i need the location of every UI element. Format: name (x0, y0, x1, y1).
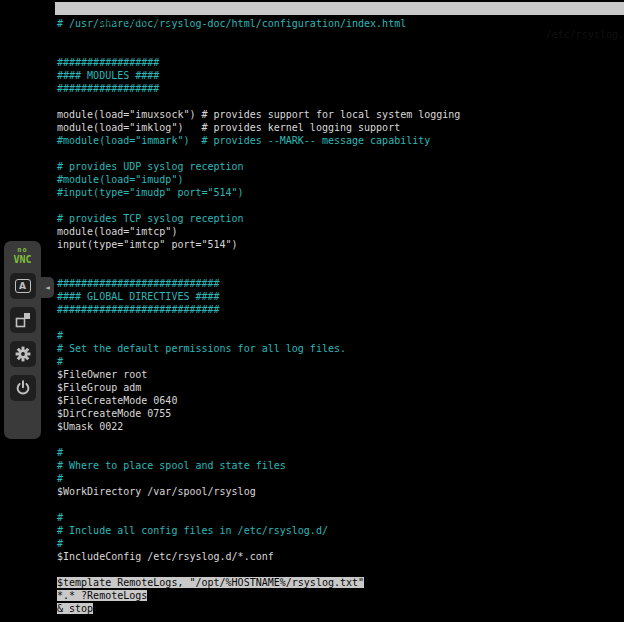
editor-line: # Where to place spool and state files (55, 459, 624, 472)
editor-line: $template RemoteLogs, "/opt/%HOSTNAME%/r… (55, 576, 624, 589)
editor-line: #input(type="imudp" port="514") (55, 186, 624, 199)
editor-line (55, 498, 624, 511)
novnc-logo: no VNC (13, 247, 31, 265)
editor-line: # (55, 446, 624, 459)
terminal-screen[interactable]: GNU nano 7.2 /etc/rsyslog. # /usr/share/… (55, 2, 624, 622)
editor-line: # (55, 355, 624, 368)
gear-icon (15, 346, 31, 362)
editor-line: *.* ?RemoteLogs (55, 589, 624, 602)
editor-line (55, 433, 624, 446)
editor-lines: # /usr/share/doc/rsyslog-doc/html/config… (55, 15, 624, 615)
collapse-arrow-icon: ◄ (45, 283, 50, 292)
editor-line: $DirCreateMode 0755 (55, 407, 624, 420)
editor-line: $FileCreateMode 0640 (55, 394, 624, 407)
toolbar-handle[interactable]: ◄ (41, 277, 54, 298)
novnc-logo-text-bottom: VNC (13, 255, 31, 265)
power-icon (15, 380, 31, 396)
editor-line: $FileGroup adm (55, 381, 624, 394)
editor-line: ########################### (55, 303, 624, 316)
editor-line: $IncludeConfig /etc/rsyslog.d/*.conf (55, 550, 624, 563)
editor-line: $WorkDirectory /var/spool/rsyslog (55, 485, 624, 498)
editor-line: module(load="imuxsock") # provides suppo… (55, 108, 624, 121)
editor-line: module(load="imklog") # provides kernel … (55, 121, 624, 134)
editor-line: # Set the default permissions for all lo… (55, 342, 624, 355)
editor-line: #module(load="immark") # provides --MARK… (55, 134, 624, 147)
nano-titlebar: GNU nano 7.2 /etc/rsyslog. (55, 2, 624, 15)
fullscreen-icon (15, 312, 31, 328)
power-button[interactable] (10, 375, 36, 401)
editor-line: # (55, 537, 624, 550)
editor-line: & stop (55, 602, 624, 615)
nano-version: GNU nano 7.2 (100, 15, 172, 28)
editor-line: # (55, 472, 624, 485)
editor-line: input(type="imtcp" port="514") (55, 238, 624, 251)
editor-line: # provides UDP syslog reception (55, 160, 624, 173)
clipboard-icon: A (15, 279, 31, 293)
editor-line: #module(load="imudp") (55, 173, 624, 186)
editor-line: ################# (55, 82, 624, 95)
editor-line (55, 316, 624, 329)
editor-line (55, 30, 624, 43)
editor-line (55, 251, 624, 264)
editor-line: $Umask 0022 (55, 420, 624, 433)
editor-line: # (55, 511, 624, 524)
editor-line: #### MODULES #### (55, 69, 624, 82)
editor-line: # provides TCP syslog reception (55, 212, 624, 225)
editor-line: # (55, 329, 624, 342)
editor-line: $FileOwner root (55, 368, 624, 381)
nano-filename: /etc/rsyslog. (546, 28, 624, 41)
editor-line (55, 95, 624, 108)
editor-line: ########################### (55, 277, 624, 290)
editor-line (55, 43, 624, 56)
editor-line: # Include all config files in /etc/rsysl… (55, 524, 624, 537)
editor-line: #### GLOBAL DIRECTIVES #### (55, 290, 624, 303)
editor-line (55, 147, 624, 160)
editor-line: module(load="imtcp") (55, 225, 624, 238)
editor-line (55, 264, 624, 277)
novnc-logo-text-top: no (13, 247, 31, 254)
clipboard-button[interactable]: A (10, 273, 36, 299)
settings-button[interactable] (10, 341, 36, 367)
editor-line (55, 563, 624, 576)
vnc-control-bar: no VNC ◄ A (4, 241, 41, 439)
editor-line (55, 199, 624, 212)
fullscreen-button[interactable] (10, 307, 36, 333)
editor-line: ################# (55, 56, 624, 69)
